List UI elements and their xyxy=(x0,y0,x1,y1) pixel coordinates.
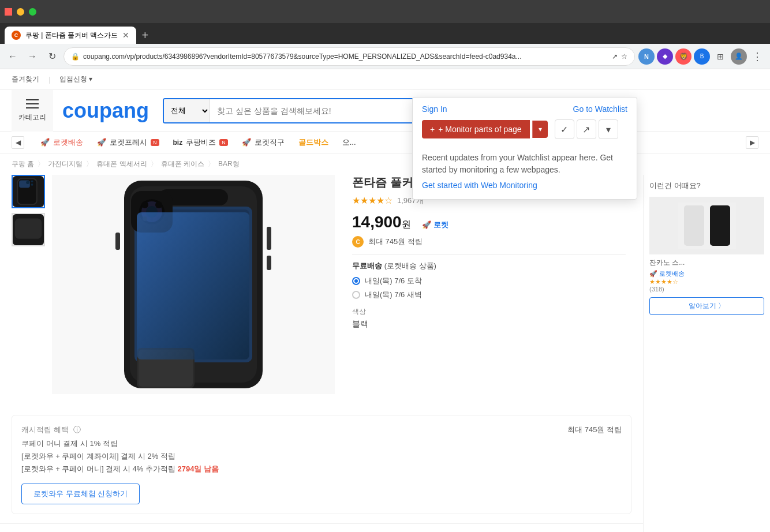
coupang-logo[interactable]: coupang xyxy=(62,99,149,123)
ext4-icon[interactable]: B xyxy=(694,48,710,65)
breadcrumb-bar[interactable]: BAR형 xyxy=(218,159,240,169)
delivery-option-2[interactable]: 내일(목) 7/6 새벽 xyxy=(352,290,626,300)
promo-prev-btn[interactable]: ◀ xyxy=(12,136,24,149)
promo-rocket-label: 로켓배송 xyxy=(53,137,83,148)
right-panel-item-1: 잔카노 스... 🚀 로켓배송 ★★★★☆ (318) 알아보기 〉 xyxy=(649,197,764,315)
new-tab-btn[interactable]: + xyxy=(136,27,154,44)
right-panel-more-btn[interactable]: 알아보기 〉 xyxy=(649,297,764,315)
profile-icon[interactable]: 👤 xyxy=(731,48,747,65)
promo-item-biz[interactable]: biz 쿠팡비즈 N xyxy=(173,137,228,148)
breadcrumb-case[interactable]: 휴대폰 케이스 xyxy=(161,159,204,169)
search-category-select[interactable]: 전체 xyxy=(164,99,210,122)
watchlist-desc: Recent updates from your Watchlist appea… xyxy=(422,152,627,176)
right-panel: 이런건 어때요? 잔카노 스... 🚀 로켓배송 ★★★★☆ (318) xyxy=(643,175,770,532)
svg-rect-23 xyxy=(115,233,120,250)
category-btn[interactable]: 카테고리 xyxy=(12,90,53,132)
svg-rect-24 xyxy=(267,227,271,250)
thumbnail-list xyxy=(12,175,46,394)
watchlist-get-started-link[interactable]: Get started with Web Monitoring xyxy=(422,181,537,190)
window-maximize-btn[interactable] xyxy=(29,8,36,16)
ext2-icon[interactable]: ◆ xyxy=(657,48,673,65)
address-bar[interactable]: 🔒 coupang.com/vp/products/6343986896?ven… xyxy=(63,47,635,66)
delivery-option-1[interactable]: 내일(목) 7/6 도착 xyxy=(352,276,626,286)
check-action-btn[interactable]: ✓ xyxy=(555,119,574,139)
svg-point-4 xyxy=(26,181,29,184)
shipping-label: 무료배송 xyxy=(352,261,382,270)
active-tab[interactable]: C 쿠팡 | 폰타즘 풀커버 맥스가드 ✕ xyxy=(5,27,136,44)
thumb-2-img xyxy=(13,213,44,246)
divider-1 xyxy=(352,254,626,255)
cashback-box-title: 캐시적립 혜택 ⓘ 최대 745원 적립 xyxy=(21,425,622,435)
promo-next-btn[interactable]: ▶ xyxy=(746,136,758,149)
color-section: 색상 블랙 xyxy=(352,307,626,329)
svg-rect-8 xyxy=(15,218,42,238)
forward-btn[interactable]: → xyxy=(24,48,40,65)
product-layout: 폰타즘 풀커버 맥스가드 ★★★★☆ 1,967개 14,900원 🚀 xyxy=(0,175,643,406)
main-image-area xyxy=(52,175,335,394)
radio-selected-1 xyxy=(352,277,360,285)
svg-rect-29 xyxy=(710,205,730,246)
share-icon[interactable]: ↗ xyxy=(612,53,618,61)
color-label: 색상 xyxy=(352,307,626,317)
rocket-icon-panel: 🚀 xyxy=(649,270,657,278)
main-content: 폰타즘 풀커버 맥스가드 ★★★★☆ 1,967개 14,900원 🚀 xyxy=(0,175,643,532)
window-close-btn[interactable] xyxy=(5,8,12,16)
lock-icon: 🔒 xyxy=(71,53,80,61)
product-main-image xyxy=(113,175,274,394)
register-link[interactable]: 입점신청 ▾ xyxy=(59,74,92,84)
tab-favicon: C xyxy=(12,31,21,40)
right-panel-item-name: 잔카노 스... xyxy=(649,258,764,268)
refresh-btn[interactable]: ↻ xyxy=(44,48,60,65)
category-label: 카테고리 xyxy=(18,113,46,122)
tab-close-btn[interactable]: ✕ xyxy=(122,31,129,40)
dropdown-action-btn[interactable]: ▾ xyxy=(599,119,618,139)
full-layout: 폰타즘 풀커버 맥스가드 ★★★★☆ 1,967개 14,900원 🚀 xyxy=(0,175,770,532)
browser-menu-btn[interactable]: ⋮ xyxy=(749,48,765,65)
promo-item-more[interactable]: 오... xyxy=(342,137,356,148)
nord-ext-icon[interactable]: N xyxy=(638,48,655,65)
promo-item-goldbox[interactable]: 골드박스 xyxy=(298,137,328,148)
watchlist-popup-header: Sign In Go to Watchlist xyxy=(413,98,637,114)
price-row: 14,900원 🚀 로켓 xyxy=(352,213,626,231)
svg-rect-26 xyxy=(137,212,249,359)
monitor-dropdown-btn[interactable]: ▾ xyxy=(532,121,548,138)
thumb-2[interactable] xyxy=(12,213,45,246)
breadcrumb-accessories[interactable]: 휴대폰 액세서리 xyxy=(96,159,147,169)
promo-item-rocket[interactable]: 🚀 로켓배송 xyxy=(40,137,83,148)
breadcrumb-digital[interactable]: 가전디지털 xyxy=(48,159,83,169)
stars: ★★★★☆ xyxy=(352,195,393,206)
buy-bar: ▲ ▼ 장바구니 담기 바로구매 〉 xyxy=(0,523,643,532)
delivery-label-1: 내일(목) 7/6 도착 xyxy=(365,276,422,286)
watchlist-popup: Sign In Go to Watchlist + + Monitor part… xyxy=(412,97,637,200)
biz-badge: N xyxy=(219,139,228,146)
info-icon[interactable]: ⓘ xyxy=(73,425,81,435)
browser-chrome xyxy=(0,0,770,23)
site-topbar: 즐겨찾기 | 입점신청 ▾ xyxy=(0,69,770,90)
breadcrumb-home[interactable]: 쿠팡 홈 xyxy=(12,159,34,169)
extensions-btn[interactable]: ⊞ xyxy=(712,48,728,65)
thumb-1[interactable] xyxy=(12,175,45,208)
back-btn[interactable]: ← xyxy=(5,48,21,65)
promo-item-fresh[interactable]: 🚀 로켓프레시 N xyxy=(97,137,159,148)
brave-icon[interactable]: 🦁 xyxy=(675,48,691,65)
svg-point-19 xyxy=(155,201,162,208)
bookmark-icon[interactable]: ☆ xyxy=(621,53,627,61)
monitor-action-btns: ✓ ↗ ▾ xyxy=(555,119,618,139)
trial-btn[interactable]: 로켓와우 무료체험 신청하기 xyxy=(21,484,140,504)
page: 즐겨찾기 | 입점신청 ▾ 카테고리 coupang 전체 🔍 ◀ 🚀 로켓배송 xyxy=(0,69,770,532)
go-to-watchlist-link[interactable]: Go to Watchlist xyxy=(573,104,627,114)
window-minimize-btn[interactable] xyxy=(17,8,24,16)
right-panel-stars: ★★★★☆ xyxy=(649,278,764,286)
product-info: 폰타즘 풀커버 맥스가드 ★★★★☆ 1,967개 14,900원 🚀 xyxy=(335,175,631,394)
promo-bar: ◀ 🚀 로켓배송 🚀 로켓프레시 N biz 쿠팡비즈 N 🚀 로켓직구 골드박… xyxy=(0,132,770,153)
svg-rect-25 xyxy=(267,256,271,270)
browser-extensions: N ◆ 🦁 B ⊞ 👤 ⋮ xyxy=(638,48,765,65)
sign-in-link[interactable]: Sign In xyxy=(422,104,447,114)
favorites-link[interactable]: 즐겨찾기 xyxy=(12,74,39,84)
monitor-parts-btn[interactable]: + + Monitor parts of page xyxy=(422,120,530,138)
browser-nav: ← → ↻ 🔒 coupang.com/vp/products/63439868… xyxy=(0,44,770,69)
plus-icon: + xyxy=(430,125,435,134)
promo-item-global[interactable]: 🚀 로켓직구 xyxy=(242,137,285,148)
external-action-btn[interactable]: ↗ xyxy=(577,119,596,139)
cashback-row-2: [로켓와우 + 쿠페이 계좌이체] 결제 시 2% 적립 xyxy=(21,451,622,462)
